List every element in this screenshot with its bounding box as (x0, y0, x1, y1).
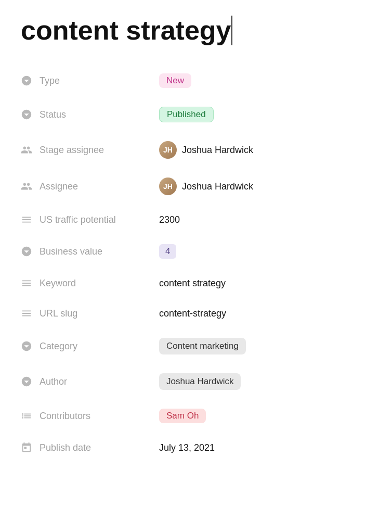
stage-assignee-value[interactable]: JH Joshua Hardwick (159, 141, 371, 159)
chevron-down-icon (21, 340, 40, 352)
us-traffic-value[interactable]: 2300 (159, 214, 371, 225)
author-value[interactable]: Joshua Hardwick (159, 373, 371, 390)
contributor-badge[interactable]: Sam Oh (159, 409, 206, 423)
field-publish-date: Publish date July 13, 2021 (21, 433, 371, 463)
us-traffic-label: US traffic potential (40, 214, 159, 225)
field-author: Author Joshua Hardwick (21, 364, 371, 399)
contributors-label: Contributors (40, 411, 159, 422)
type-badge[interactable]: New (159, 73, 191, 88)
field-business-value: Business value 4 (21, 235, 371, 268)
assignee-label: Assignee (40, 181, 159, 192)
category-value[interactable]: Content marketing (159, 338, 371, 354)
author-label: Author (40, 376, 159, 387)
person-group-icon (21, 144, 40, 156)
category-label: Category (40, 341, 159, 352)
field-category: Category Content marketing (21, 328, 371, 364)
field-keyword: Keyword content strategy (21, 268, 371, 298)
url-slug-text: content-strategy (159, 308, 226, 319)
assignee-name: Joshua Hardwick (182, 181, 253, 192)
field-assignee: Assignee JH Joshua Hardwick (21, 168, 371, 205)
field-contributors: Contributors Sam Oh (21, 399, 371, 433)
business-value-value[interactable]: 4 (159, 244, 371, 259)
author-badge[interactable]: Joshua Hardwick (159, 373, 241, 390)
field-url-slug: URL slug content-strategy (21, 298, 371, 328)
keyword-value[interactable]: content strategy (159, 278, 371, 289)
business-value-badge[interactable]: 4 (159, 244, 176, 259)
category-badge[interactable]: Content marketing (159, 338, 246, 354)
url-slug-value[interactable]: content-strategy (159, 308, 371, 319)
publish-date-value[interactable]: July 13, 2021 (159, 442, 371, 453)
keyword-label: Keyword (40, 278, 159, 289)
person-group-icon (21, 181, 40, 192)
chevron-down-icon (21, 246, 40, 257)
chevron-down-icon (21, 75, 40, 86)
type-label: Type (40, 75, 159, 86)
status-label: Status (40, 109, 159, 120)
field-stage-assignee: Stage assignee JH Joshua Hardwick (21, 132, 371, 168)
contributors-value[interactable]: Sam Oh (159, 409, 371, 423)
stage-assignee-name: Joshua Hardwick (182, 145, 253, 156)
status-badge[interactable]: Published (159, 107, 214, 122)
assignee-value[interactable]: JH Joshua Hardwick (159, 178, 371, 195)
type-value[interactable]: New (159, 73, 371, 88)
calendar-icon (21, 442, 40, 453)
fields-container: Type New Status Published Stage assignee… (21, 64, 371, 463)
chevron-down-icon (21, 109, 40, 120)
lines-icon (21, 277, 40, 289)
lines-icon (21, 214, 40, 225)
lines-icon (21, 308, 40, 319)
field-status: Status Published (21, 97, 371, 132)
publish-date-text: July 13, 2021 (159, 442, 215, 453)
publish-date-label: Publish date (40, 442, 159, 453)
url-slug-label: URL slug (40, 308, 159, 319)
status-value[interactable]: Published (159, 107, 371, 122)
field-type: Type New (21, 64, 371, 97)
svg-point-2 (22, 417, 23, 419)
chevron-down-icon (21, 376, 40, 387)
field-us-traffic: US traffic potential 2300 (21, 205, 371, 235)
page-title: content strategy (21, 16, 232, 45)
svg-point-1 (22, 415, 23, 417)
business-value-label: Business value (40, 246, 159, 257)
avatar: JH (159, 178, 177, 195)
avatar: JH (159, 141, 177, 159)
keyword-text: content strategy (159, 278, 226, 289)
list-icon (21, 410, 40, 422)
us-traffic-number: 2300 (159, 214, 180, 225)
stage-assignee-label: Stage assignee (40, 145, 159, 156)
svg-point-0 (22, 413, 23, 415)
